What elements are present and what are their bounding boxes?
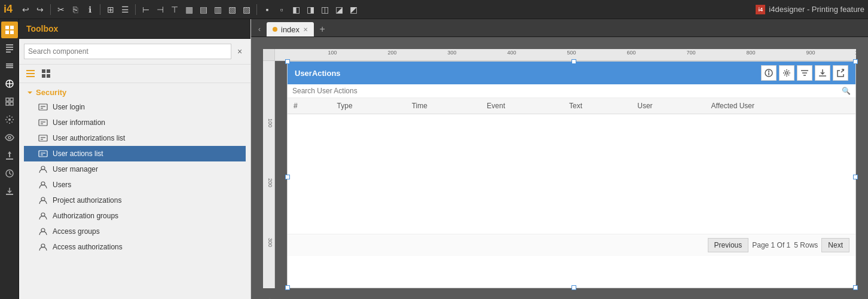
tool4[interactable]: ◨: [304, 4, 316, 16]
grid-view-button[interactable]: [39, 67, 53, 80]
tool6[interactable]: ◪: [333, 4, 345, 16]
sidebar-publish-btn[interactable]: [1, 147, 18, 164]
sidebar-assets-btn[interactable]: [1, 93, 18, 110]
tab-index[interactable]: index ✕: [267, 22, 314, 36]
toolbox-item-user-information[interactable]: User information: [24, 115, 246, 130]
svg-point-18: [8, 118, 11, 121]
sep3: [135, 4, 136, 15]
tab-back-arrow[interactable]: ‹: [253, 22, 265, 36]
user-information-icon: [38, 118, 48, 127]
tool7[interactable]: ◩: [347, 4, 359, 16]
align-left[interactable]: ⊢: [140, 4, 152, 16]
toolbox-item-auth-groups[interactable]: Authorization groups: [24, 208, 246, 224]
icon-sidebar: [0, 19, 19, 299]
grid-button[interactable]: ⊞: [105, 4, 117, 16]
project-auth-icon: [38, 196, 48, 205]
toolbox-item-project-auth[interactable]: Project authorizations: [24, 193, 246, 208]
redo-button[interactable]: ↪: [34, 4, 46, 16]
svg-rect-2: [5, 30, 9, 34]
info-button[interactable]: ℹ: [84, 4, 96, 16]
toolbox-item-access-auth[interactable]: Access authorizations: [24, 239, 246, 255]
security-section: Security User login User information Use…: [19, 83, 250, 257]
sidebar-history-btn[interactable]: [1, 165, 18, 182]
toolbox-item-users[interactable]: Users: [24, 177, 246, 193]
widget-table: # Type Time Event Text User Affected Use…: [288, 98, 855, 114]
svg-rect-25: [26, 76, 35, 77]
resize-handle-bl[interactable]: [285, 285, 290, 290]
resize-handle-ml[interactable]: [285, 175, 290, 179]
widget-filter-btn[interactable]: [797, 65, 812, 81]
sidebar-bottom-btn[interactable]: [1, 183, 18, 200]
copy-button[interactable]: ⎘: [69, 4, 81, 16]
resize-handle-br[interactable]: [853, 285, 858, 290]
widget-search-input[interactable]: [292, 87, 842, 95]
sidebar-layers-btn[interactable]: [1, 57, 18, 74]
sep1: [50, 4, 51, 15]
tool1[interactable]: ▪: [261, 4, 273, 16]
toolbox-item-user-auth-list[interactable]: User authorizations list: [24, 130, 246, 146]
widget-header: UserActions: [288, 62, 855, 84]
svg-rect-6: [6, 49, 13, 50]
svg-rect-33: [39, 120, 47, 126]
app-title-icon: i4: [756, 5, 765, 14]
svg-rect-36: [39, 135, 47, 141]
sidebar-data-btn[interactable]: [1, 75, 18, 92]
sidebar-preview-btn[interactable]: [1, 129, 18, 146]
svg-rect-8: [6, 65, 13, 66]
bar-chart[interactable]: ▦: [183, 4, 195, 16]
user-auth-list-label: User authorizations list: [53, 134, 125, 142]
svg-rect-10: [6, 67, 13, 68]
page-info: Page 1 Of 1: [752, 241, 790, 249]
clear-search-button[interactable]: ×: [234, 45, 246, 57]
align-center[interactable]: ⊣: [154, 4, 166, 16]
align-right[interactable]: ⊤: [169, 4, 181, 16]
tool5[interactable]: ◫: [319, 4, 331, 16]
widget-settings-btn[interactable]: [779, 65, 794, 81]
resize-handle-tr[interactable]: [853, 59, 858, 64]
widget-export-btn[interactable]: [833, 65, 848, 81]
resize-handle-mt[interactable]: [571, 59, 576, 64]
layout1[interactable]: ▥: [212, 4, 224, 16]
layout3[interactable]: ▨: [240, 4, 252, 16]
next-button[interactable]: Next: [821, 238, 849, 252]
widget-download-btn[interactable]: [815, 65, 830, 81]
tool3[interactable]: ◧: [290, 4, 302, 16]
toolbox-item-user-login[interactable]: User login: [24, 99, 246, 115]
h-ruler: 100 200 300 400 500 600 700 800 900 1000: [275, 49, 856, 61]
sep4: [256, 4, 257, 15]
resize-handle-mr[interactable]: [853, 175, 858, 179]
undo-button[interactable]: ↩: [20, 4, 32, 16]
widget-empty-area: [288, 114, 855, 234]
list-view-button[interactable]: [24, 67, 37, 80]
svg-rect-7: [6, 51, 11, 53]
sidebar-toolbox-btn[interactable]: [1, 22, 18, 38]
toolbox-item-access-groups[interactable]: Access groups: [24, 224, 246, 239]
access-auth-label: Access authorizations: [53, 243, 123, 251]
tool2[interactable]: ▫: [276, 4, 288, 16]
add-tab-button[interactable]: +: [315, 22, 329, 36]
canvas-scroll[interactable]: 100 200 300 400 500 600 700 800 900 1000: [251, 37, 868, 299]
tab-close-button[interactable]: ✕: [303, 26, 308, 33]
user-auth-list-icon: [38, 133, 48, 143]
resize-handle-tl[interactable]: [285, 59, 290, 64]
svg-rect-16: [6, 102, 9, 105]
user-login-icon: [38, 102, 48, 112]
table-icon[interactable]: ▤: [197, 4, 209, 16]
previous-button[interactable]: Previous: [708, 238, 749, 252]
widget-title: UserActions: [295, 69, 341, 78]
list-button[interactable]: ☰: [119, 4, 131, 16]
user-actions-list-icon: [38, 149, 48, 158]
toolbox-item-user-actions-list[interactable]: User actions list: [24, 146, 246, 161]
resize-handle-mb[interactable]: [571, 285, 576, 290]
layout2[interactable]: ▧: [226, 4, 238, 16]
cut-button[interactable]: ✂: [55, 4, 67, 16]
app-title: i4 i4designer - Printing feature: [756, 5, 864, 14]
search-input[interactable]: [24, 44, 231, 59]
toolbox-item-user-manager[interactable]: User manager: [24, 161, 246, 177]
sidebar-settings-btn[interactable]: [1, 111, 18, 128]
security-section-header[interactable]: Security: [24, 86, 246, 99]
widget-header-actions: [761, 65, 848, 81]
widget-info-btn[interactable]: [761, 65, 777, 81]
sidebar-pages-btn[interactable]: [1, 39, 18, 56]
security-label: Security: [36, 88, 66, 97]
